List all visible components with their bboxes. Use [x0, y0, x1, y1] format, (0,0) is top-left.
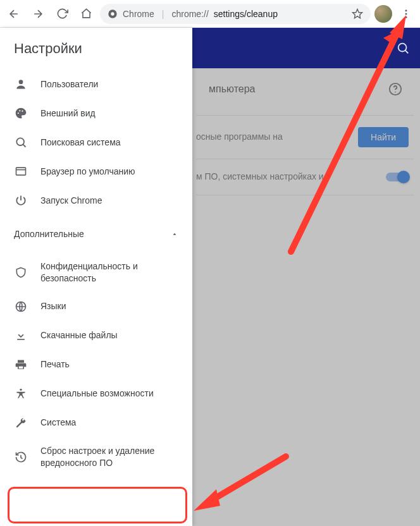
sidebar-item-search-engine[interactable]: Поисковая система	[0, 128, 188, 157]
globe-icon	[14, 300, 28, 314]
restore-icon	[14, 450, 28, 464]
print-icon	[14, 358, 28, 372]
svg-rect-14	[16, 168, 26, 175]
arrow-left-icon	[8, 8, 20, 20]
wrench-icon	[14, 416, 28, 430]
forward-button[interactable]	[28, 4, 48, 24]
sidebar-section-label: Дополнительные	[14, 229, 84, 239]
svg-line-22	[209, 456, 286, 502]
sidebar-item-languages[interactable]: Языки	[0, 292, 188, 321]
accessibility-icon	[14, 387, 28, 401]
sidebar-item-label: Сброс настроек и удаление вредоносного П…	[40, 445, 175, 469]
sidebar-item-label: Пользователи	[40, 78, 98, 90]
sidebar-basic-list: Пользователи Внешний вид Поисковая систе…	[0, 64, 192, 220]
person-icon	[14, 77, 28, 91]
svg-point-10	[18, 113, 19, 114]
sidebar-item-label: Языки	[40, 300, 66, 312]
shield-icon	[14, 266, 28, 279]
content-area: Настройки мпьютера осные программы на На…	[0, 28, 420, 526]
svg-marker-23	[194, 489, 220, 511]
sidebar-advanced-list: Конфиденциальность и безопасность Языки …	[0, 248, 192, 482]
sidebar-item-downloads[interactable]: Скачанные файлы	[0, 321, 188, 350]
annotation-arrow-top	[266, 11, 417, 264]
svg-line-19	[291, 30, 398, 252]
settings-sidebar: Настройки Пользователи Внешний вид Поиск…	[0, 28, 192, 526]
sidebar-item-label: Скачанные файлы	[40, 329, 118, 341]
browser-icon	[14, 164, 28, 178]
sidebar-item-default-browser[interactable]: Браузер по умолчанию	[0, 157, 188, 186]
sidebar-item-system[interactable]: Система	[0, 408, 188, 437]
annotation-arrow-bottom	[185, 450, 299, 520]
sidebar-item-label: Запуск Chrome	[40, 195, 102, 207]
chrome-logo-icon	[108, 9, 118, 19]
home-button[interactable]	[76, 4, 96, 24]
svg-point-18	[20, 388, 22, 390]
sidebar-item-label: Внешний вид	[40, 107, 96, 119]
sidebar-item-label: Конфиденциальность и безопасность	[40, 260, 175, 284]
svg-point-11	[19, 110, 20, 111]
sidebar-advanced-toggle[interactable]: Дополнительные	[0, 220, 192, 248]
sidebar-item-appearance[interactable]: Внешний вид	[0, 99, 188, 128]
sidebar-item-privacy[interactable]: Конфиденциальность и безопасность	[0, 253, 188, 292]
svg-point-13	[16, 138, 24, 145]
back-button[interactable]	[4, 4, 24, 24]
sidebar-item-label: Специальные возможности	[40, 388, 154, 400]
url-scheme: chrome://	[171, 9, 208, 19]
power-icon	[14, 193, 28, 207]
svg-rect-17	[19, 366, 23, 368]
sidebar-item-users[interactable]: Пользователи	[0, 70, 188, 99]
svg-point-9	[19, 80, 23, 84]
arrow-right-icon	[32, 8, 44, 20]
reload-button[interactable]	[52, 4, 72, 24]
palette-icon	[14, 106, 28, 120]
sidebar-title: Настройки	[0, 28, 192, 64]
sidebar-item-label: Поисковая система	[40, 137, 121, 149]
url-origin-label: Chrome	[123, 9, 154, 19]
svg-point-12	[22, 111, 23, 112]
sidebar-item-label: Печать	[40, 358, 70, 370]
svg-rect-16	[17, 339, 25, 340]
search-icon	[14, 135, 28, 149]
sidebar-item-label: Браузер по умолчанию	[40, 166, 135, 178]
chevron-up-icon	[171, 230, 178, 238]
reload-icon	[56, 8, 68, 20]
sidebar-item-label: Система	[40, 417, 76, 429]
download-icon	[14, 329, 28, 343]
home-icon	[80, 8, 92, 20]
sidebar-item-print[interactable]: Печать	[0, 350, 188, 379]
sidebar-item-reset-cleanup[interactable]: Сброс настроек и удаление вредоносного П…	[0, 437, 188, 477]
sidebar-item-accessibility[interactable]: Специальные возможности	[0, 379, 188, 408]
url-separator: |	[162, 9, 164, 19]
svg-point-1	[111, 12, 114, 15]
sidebar-item-startup[interactable]: Запуск Chrome	[0, 186, 188, 215]
